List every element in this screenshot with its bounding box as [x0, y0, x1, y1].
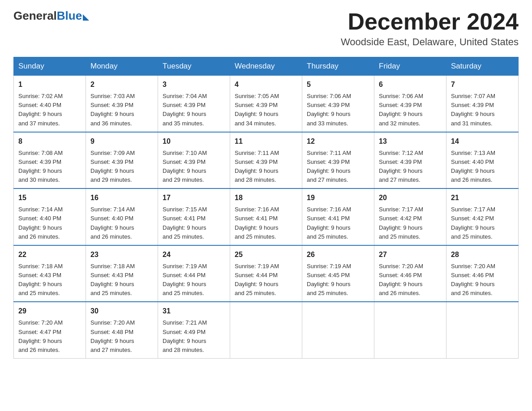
month-title: December 2024 — [341, 9, 519, 34]
day-info: Sunrise: 7:20 AM Sunset: 4:47 PM Dayligh… — [18, 318, 81, 355]
calendar-day-cell: 18Sunrise: 7:16 AM Sunset: 4:41 PM Dayli… — [230, 188, 302, 245]
calendar-week-row: 15Sunrise: 7:14 AM Sunset: 4:40 PM Dayli… — [14, 188, 519, 245]
day-info: Sunrise: 7:20 AM Sunset: 4:46 PM Dayligh… — [379, 262, 442, 298]
day-number: 17 — [163, 193, 225, 203]
day-info: Sunrise: 7:20 AM Sunset: 4:48 PM Dayligh… — [90, 318, 153, 355]
day-info: Sunrise: 7:14 AM Sunset: 4:40 PM Dayligh… — [18, 205, 81, 241]
calendar-day-cell: 28Sunrise: 7:20 AM Sunset: 4:46 PM Dayli… — [446, 245, 519, 302]
day-info: Sunrise: 7:14 AM Sunset: 4:40 PM Dayligh… — [90, 205, 153, 241]
weekday-header-sunday: Sunday — [14, 57, 86, 76]
day-number: 2 — [90, 79, 153, 90]
day-info: Sunrise: 7:03 AM Sunset: 4:39 PM Dayligh… — [90, 92, 153, 128]
calendar-day-cell: 24Sunrise: 7:19 AM Sunset: 4:44 PM Dayli… — [158, 245, 230, 302]
day-number: 11 — [235, 136, 297, 147]
logo-blue-part: Blue — [57, 9, 89, 23]
calendar-day-cell: 16Sunrise: 7:14 AM Sunset: 4:40 PM Dayli… — [86, 188, 158, 245]
day-number: 27 — [379, 249, 442, 260]
day-info: Sunrise: 7:18 AM Sunset: 4:43 PM Dayligh… — [18, 262, 81, 298]
day-number: 23 — [90, 249, 153, 260]
location-title: Woodside East, Delaware, United States — [341, 36, 519, 48]
day-number: 24 — [163, 249, 225, 260]
calendar-day-cell: 14Sunrise: 7:13 AM Sunset: 4:40 PM Dayli… — [446, 132, 519, 189]
logo: General Blue — [13, 9, 89, 23]
calendar-day-cell: 17Sunrise: 7:15 AM Sunset: 4:41 PM Dayli… — [158, 188, 230, 245]
calendar-day-cell: 27Sunrise: 7:20 AM Sunset: 4:46 PM Dayli… — [374, 245, 446, 302]
weekday-header-tuesday: Tuesday — [158, 57, 230, 76]
day-number: 10 — [163, 136, 225, 147]
day-info: Sunrise: 7:15 AM Sunset: 4:41 PM Dayligh… — [163, 205, 225, 241]
logo-general-text: General — [13, 9, 57, 23]
calendar-day-cell — [374, 302, 446, 358]
day-number: 16 — [90, 193, 153, 203]
day-number: 15 — [18, 193, 81, 203]
calendar-week-row: 1Sunrise: 7:02 AM Sunset: 4:40 PM Daylig… — [14, 76, 519, 132]
day-number: 12 — [307, 136, 369, 147]
day-info: Sunrise: 7:18 AM Sunset: 4:43 PM Dayligh… — [90, 262, 153, 298]
day-number: 3 — [163, 79, 225, 90]
day-number: 13 — [379, 136, 442, 147]
calendar-day-cell — [302, 302, 374, 358]
calendar-day-cell: 25Sunrise: 7:19 AM Sunset: 4:44 PM Dayli… — [230, 245, 302, 302]
day-number: 6 — [379, 79, 442, 90]
day-info: Sunrise: 7:17 AM Sunset: 4:42 PM Dayligh… — [379, 205, 442, 241]
day-info: Sunrise: 7:08 AM Sunset: 4:39 PM Dayligh… — [18, 149, 81, 185]
calendar-day-cell: 30Sunrise: 7:20 AM Sunset: 4:48 PM Dayli… — [86, 302, 158, 358]
page-header: General Blue December 2024 Woodside East… — [13, 9, 519, 48]
calendar-week-row: 29Sunrise: 7:20 AM Sunset: 4:47 PM Dayli… — [14, 302, 519, 358]
day-number: 5 — [307, 79, 369, 90]
day-info: Sunrise: 7:21 AM Sunset: 4:49 PM Dayligh… — [163, 318, 225, 355]
calendar-week-row: 8Sunrise: 7:08 AM Sunset: 4:39 PM Daylig… — [14, 132, 519, 189]
day-info: Sunrise: 7:06 AM Sunset: 4:39 PM Dayligh… — [379, 92, 442, 128]
day-info: Sunrise: 7:17 AM Sunset: 4:42 PM Dayligh… — [451, 205, 514, 241]
weekday-header-row: SundayMondayTuesdayWednesdayThursdayFrid… — [14, 57, 519, 76]
day-number: 14 — [451, 136, 514, 147]
calendar-day-cell: 6Sunrise: 7:06 AM Sunset: 4:39 PM Daylig… — [374, 76, 446, 132]
calendar-day-cell: 3Sunrise: 7:04 AM Sunset: 4:39 PM Daylig… — [158, 76, 230, 132]
calendar-day-cell: 19Sunrise: 7:16 AM Sunset: 4:41 PM Dayli… — [302, 188, 374, 245]
weekday-header-thursday: Thursday — [302, 57, 374, 76]
day-info: Sunrise: 7:11 AM Sunset: 4:39 PM Dayligh… — [235, 149, 297, 185]
day-number: 18 — [235, 193, 297, 203]
day-number: 22 — [18, 249, 81, 260]
day-number: 21 — [451, 193, 514, 203]
day-info: Sunrise: 7:09 AM Sunset: 4:39 PM Dayligh… — [90, 149, 153, 185]
weekday-header-wednesday: Wednesday — [230, 57, 302, 76]
calendar-day-cell: 12Sunrise: 7:11 AM Sunset: 4:39 PM Dayli… — [302, 132, 374, 189]
calendar-day-cell: 2Sunrise: 7:03 AM Sunset: 4:39 PM Daylig… — [86, 76, 158, 132]
day-info: Sunrise: 7:19 AM Sunset: 4:44 PM Dayligh… — [163, 262, 225, 298]
calendar-day-cell: 29Sunrise: 7:20 AM Sunset: 4:47 PM Dayli… — [14, 302, 86, 358]
day-number: 26 — [307, 249, 369, 260]
day-info: Sunrise: 7:16 AM Sunset: 4:41 PM Dayligh… — [307, 205, 369, 241]
calendar-day-cell: 13Sunrise: 7:12 AM Sunset: 4:39 PM Dayli… — [374, 132, 446, 189]
day-number: 29 — [18, 306, 81, 317]
day-number: 4 — [235, 79, 297, 90]
calendar-day-cell: 5Sunrise: 7:06 AM Sunset: 4:39 PM Daylig… — [302, 76, 374, 132]
calendar-day-cell: 8Sunrise: 7:08 AM Sunset: 4:39 PM Daylig… — [14, 132, 86, 189]
day-info: Sunrise: 7:12 AM Sunset: 4:39 PM Dayligh… — [379, 149, 442, 185]
day-number: 28 — [451, 249, 514, 260]
day-info: Sunrise: 7:02 AM Sunset: 4:40 PM Dayligh… — [18, 92, 81, 128]
day-info: Sunrise: 7:07 AM Sunset: 4:39 PM Dayligh… — [451, 92, 514, 128]
weekday-header-monday: Monday — [86, 57, 158, 76]
day-info: Sunrise: 7:16 AM Sunset: 4:41 PM Dayligh… — [235, 205, 297, 241]
calendar-day-cell: 4Sunrise: 7:05 AM Sunset: 4:39 PM Daylig… — [230, 76, 302, 132]
calendar-day-cell: 31Sunrise: 7:21 AM Sunset: 4:49 PM Dayli… — [158, 302, 230, 358]
day-info: Sunrise: 7:13 AM Sunset: 4:40 PM Dayligh… — [451, 149, 514, 185]
day-number: 8 — [18, 136, 81, 147]
day-number: 1 — [18, 79, 81, 90]
day-number: 25 — [235, 249, 297, 260]
day-info: Sunrise: 7:04 AM Sunset: 4:39 PM Dayligh… — [163, 92, 225, 128]
calendar-day-cell: 9Sunrise: 7:09 AM Sunset: 4:39 PM Daylig… — [86, 132, 158, 189]
calendar-day-cell — [230, 302, 302, 358]
calendar-day-cell: 15Sunrise: 7:14 AM Sunset: 4:40 PM Dayli… — [14, 188, 86, 245]
day-number: 31 — [163, 306, 225, 317]
day-number: 30 — [90, 306, 153, 317]
logo-triangle-icon — [83, 14, 89, 21]
day-number: 20 — [379, 193, 442, 203]
weekday-header-saturday: Saturday — [446, 57, 519, 76]
day-number: 9 — [90, 136, 153, 147]
calendar-day-cell: 26Sunrise: 7:19 AM Sunset: 4:45 PM Dayli… — [302, 245, 374, 302]
calendar-day-cell — [446, 302, 519, 358]
title-area: December 2024 Woodside East, Delaware, U… — [341, 9, 519, 48]
calendar-day-cell: 21Sunrise: 7:17 AM Sunset: 4:42 PM Dayli… — [446, 188, 519, 245]
